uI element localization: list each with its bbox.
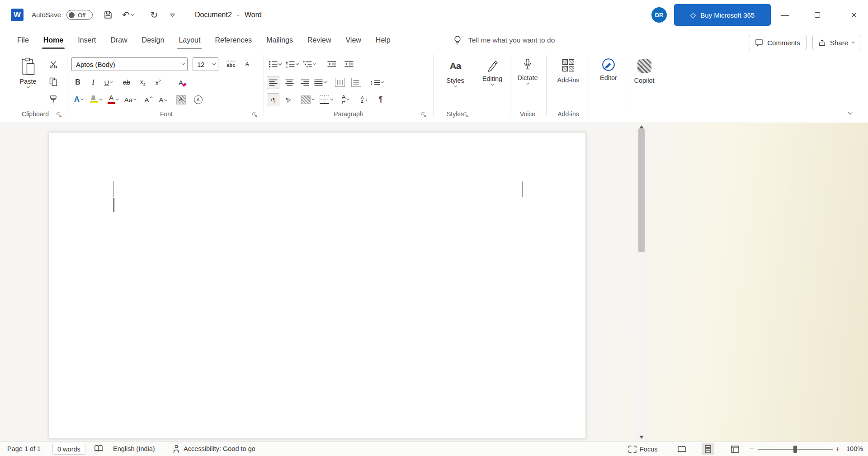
- align-left-button[interactable]: [267, 76, 279, 89]
- change-case-button[interactable]: Aa: [124, 93, 137, 106]
- underline-button[interactable]: U: [102, 76, 115, 89]
- tell-me-search[interactable]: Tell me what you want to do: [454, 30, 555, 51]
- show-formatting-marks-button[interactable]: ¶: [374, 93, 387, 106]
- letter-spacing-button[interactable]: [350, 76, 363, 89]
- accessibility-status[interactable]: Accessibility: Good to go: [184, 442, 255, 456]
- styles-dialog-launcher[interactable]: [463, 112, 469, 118]
- undo-button[interactable]: ↶: [120, 0, 136, 30]
- zoom-out-button[interactable]: −: [750, 442, 754, 456]
- collapse-ribbon-button[interactable]: [844, 108, 856, 119]
- vertical-scrollbar[interactable]: [635, 123, 647, 442]
- buy-microsoft-365-button[interactable]: ◇ Buy Microsoft 365: [674, 4, 771, 26]
- scroll-down-arrow[interactable]: [639, 436, 644, 439]
- clipboard-dialog-launcher[interactable]: [57, 112, 62, 118]
- shrink-font-button[interactable]: A: [156, 93, 169, 106]
- save-button[interactable]: [100, 0, 116, 30]
- styles-button[interactable]: Aa Styles: [437, 51, 473, 107]
- grow-font-button[interactable]: A: [142, 93, 155, 106]
- scroll-up-arrow[interactable]: [639, 125, 644, 128]
- align-center-button[interactable]: [283, 76, 296, 89]
- comments-button[interactable]: Comments: [749, 35, 807, 50]
- multilevel-list-button[interactable]: [303, 58, 316, 71]
- proofing-status-button[interactable]: [94, 445, 103, 454]
- paste-button[interactable]: Paste: [14, 51, 42, 107]
- font-name-combo[interactable]: Aptos (Body): [71, 57, 188, 71]
- font-color-button[interactable]: A: [107, 93, 119, 106]
- group-divider: [589, 55, 589, 116]
- font-size-combo[interactable]: 12: [193, 57, 218, 71]
- distribute-text-button[interactable]: [334, 76, 346, 89]
- superscript-button[interactable]: x2: [152, 76, 165, 89]
- tab-help[interactable]: Help: [368, 30, 398, 51]
- dictate-button[interactable]: Dictate: [512, 51, 543, 107]
- right-to-left-button[interactable]: ¶‹: [282, 93, 295, 106]
- cut-button[interactable]: [47, 58, 60, 71]
- addins-button[interactable]: Add-ins: [551, 51, 586, 107]
- sort-button[interactable]: AZ ↓: [358, 93, 371, 106]
- language-status[interactable]: English (India): [113, 442, 155, 456]
- subscript-button[interactable]: x2: [137, 76, 149, 89]
- tab-references[interactable]: References: [208, 30, 259, 51]
- close-button[interactable]: ×: [840, 0, 868, 30]
- tab-design[interactable]: Design: [135, 30, 172, 51]
- bullets-button[interactable]: [269, 58, 281, 71]
- clear-formatting-button[interactable]: A: [175, 76, 187, 89]
- italic-button[interactable]: I: [87, 76, 99, 89]
- phonetic-guide-button[interactable]: abc: [225, 58, 237, 71]
- tab-review[interactable]: Review: [300, 30, 338, 51]
- decrease-indent-button[interactable]: [326, 58, 338, 71]
- increase-indent-button[interactable]: [343, 58, 355, 71]
- format-painter-button[interactable]: [47, 92, 60, 105]
- text-highlight-button[interactable]: [90, 93, 102, 106]
- autosave-toggle[interactable]: Off: [66, 10, 93, 20]
- tab-home[interactable]: Home: [36, 30, 71, 51]
- zoom-slider-thumb[interactable]: [793, 446, 797, 453]
- tab-insert[interactable]: Insert: [71, 30, 103, 51]
- scrollbar-thumb[interactable]: [638, 129, 645, 252]
- line-spacing-button[interactable]: ↕: [370, 76, 383, 89]
- read-mode-button[interactable]: [675, 443, 688, 455]
- justify-button[interactable]: [314, 76, 326, 89]
- tab-mailings[interactable]: Mailings: [259, 30, 300, 51]
- tab-file[interactable]: File: [10, 30, 36, 51]
- shading-button[interactable]: [301, 93, 314, 106]
- accessibility-button[interactable]: [173, 445, 180, 455]
- minimize-button[interactable]: —: [774, 0, 796, 30]
- bold-button[interactable]: B: [71, 76, 84, 89]
- align-right-button[interactable]: [298, 76, 311, 89]
- customize-quick-access-toolbar-button[interactable]: [165, 0, 180, 30]
- borders-button[interactable]: [320, 93, 333, 106]
- share-button[interactable]: Share: [812, 35, 860, 50]
- strikethrough-button[interactable]: ab: [120, 76, 133, 89]
- page-indicator[interactable]: Page 1 of 1: [7, 442, 41, 456]
- character-border-button[interactable]: A: [241, 58, 254, 71]
- text-effects-button[interactable]: A: [72, 93, 85, 106]
- word-count[interactable]: 0 words: [52, 444, 85, 455]
- asian-layout-button[interactable]: A⇄: [339, 93, 352, 106]
- numbering-button[interactable]: [286, 58, 298, 71]
- paragraph-dialog-launcher[interactable]: [421, 112, 427, 118]
- styles-group: Aa Styles Styles: [437, 51, 473, 123]
- enclose-characters-button[interactable]: A: [192, 93, 204, 106]
- font-dialog-launcher[interactable]: [252, 112, 258, 118]
- character-shading-button[interactable]: A: [175, 93, 187, 106]
- word-app-icon[interactable]: W: [11, 9, 24, 21]
- copy-button[interactable]: [47, 75, 60, 88]
- copilot-button[interactable]: Copilot: [628, 51, 660, 107]
- document-page[interactable]: [49, 132, 586, 439]
- tell-me-placeholder: Tell me what you want to do: [468, 36, 555, 44]
- web-layout-button[interactable]: [729, 443, 741, 455]
- maximize-button[interactable]: [807, 0, 828, 30]
- editor-button[interactable]: Editor: [592, 51, 625, 107]
- account-avatar[interactable]: DR: [651, 7, 667, 23]
- left-to-right-button[interactable]: ›¶: [267, 93, 279, 106]
- zoom-in-button[interactable]: +: [835, 442, 840, 456]
- tab-layout[interactable]: Layout: [171, 30, 208, 51]
- tab-view[interactable]: View: [338, 30, 368, 51]
- focus-button[interactable]: Focus: [628, 442, 658, 456]
- print-layout-button[interactable]: [702, 443, 714, 455]
- zoom-level[interactable]: 100%: [846, 442, 863, 456]
- tab-draw[interactable]: Draw: [103, 30, 134, 51]
- redo-button[interactable]: ↻: [146, 0, 162, 30]
- editing-button[interactable]: Editing: [476, 51, 509, 107]
